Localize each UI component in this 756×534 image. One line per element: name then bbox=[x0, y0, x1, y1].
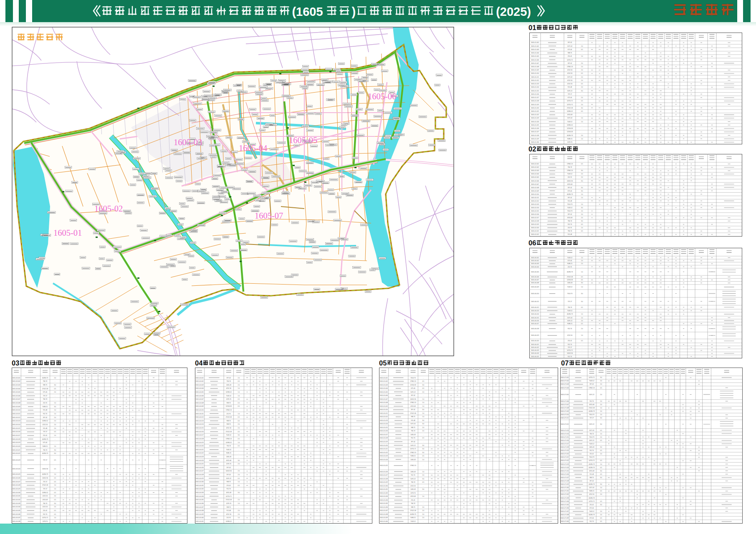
svg-text:915.48: 915.48 bbox=[568, 86, 572, 88]
svg-text:1.0: 1.0 bbox=[422, 402, 425, 403]
svg-text:1605-05-037: 1605-05-037 bbox=[380, 510, 388, 511]
svg-text:1605-03-032: 1605-03-032 bbox=[12, 499, 20, 501]
svg-text:1605-04-001: 1605-04-001 bbox=[196, 377, 204, 379]
svg-text:-: - bbox=[582, 347, 582, 348]
svg-text:1605-02-009: 1605-02-009 bbox=[531, 190, 539, 192]
svg-text:1605-07-038: 1605-07-038 bbox=[561, 514, 569, 516]
svg-text:1605-07-024: 1605-07-024 bbox=[561, 467, 569, 469]
svg-text:1605-01-029: 1605-01-029 bbox=[531, 138, 539, 140]
svg-text:1605-07-010: 1605-07-010 bbox=[561, 414, 569, 416]
svg-text:1605-05-024: 1605-05-024 bbox=[380, 459, 388, 461]
svg-text:1605-04-029: 1605-04-029 bbox=[196, 478, 204, 479]
svg-text:2.0: 2.0 bbox=[54, 377, 56, 379]
svg-text:915.48: 915.48 bbox=[589, 474, 594, 475]
svg-text:737.27: 737.27 bbox=[568, 347, 572, 348]
svg-text:1605-01-011: 1605-01-011 bbox=[531, 76, 539, 78]
svg-text:1.0: 1.0 bbox=[238, 391, 240, 393]
svg-text:2476.70: 2476.70 bbox=[43, 521, 48, 522]
svg-text:737.27: 737.27 bbox=[43, 459, 47, 461]
svg-text:1605-06-023: 1605-06-023 bbox=[531, 350, 539, 351]
svg-text:2.0: 2.0 bbox=[600, 453, 602, 455]
svg-text:1605-06-018: 1605-06-018 bbox=[531, 328, 539, 330]
svg-text:-: - bbox=[423, 377, 423, 379]
svg-text:397.42: 397.42 bbox=[589, 480, 594, 482]
svg-text:737.27: 737.27 bbox=[43, 431, 47, 433]
svg-text:1605-04-015: 1605-04-015 bbox=[196, 427, 204, 429]
svg-text:2.0: 2.0 bbox=[581, 69, 583, 71]
svg-text:1605-01-022: 1605-01-022 bbox=[531, 114, 539, 116]
svg-text:255.41: 255.41 bbox=[411, 499, 415, 501]
svg-text:1.0: 1.0 bbox=[581, 117, 583, 119]
svg-text:9086.15: 9086.15 bbox=[226, 452, 231, 454]
svg-text:-: - bbox=[582, 124, 582, 126]
svg-text:-: - bbox=[582, 42, 582, 43]
svg-text:-: - bbox=[582, 52, 582, 54]
svg-text:1465.43: 1465.43 bbox=[567, 282, 572, 284]
svg-text:0.5: 0.5 bbox=[600, 387, 602, 389]
svg-text:1605-06-010: 1605-06-010 bbox=[531, 293, 539, 295]
svg-text:1605-03-027: 1605-03-027 bbox=[12, 481, 20, 483]
svg-text:14052.56: 14052.56 bbox=[226, 470, 232, 472]
svg-text:0.5: 0.5 bbox=[238, 431, 240, 433]
svg-text:27021.58: 27021.58 bbox=[226, 416, 232, 418]
svg-text:397.42: 397.42 bbox=[227, 474, 231, 476]
svg-text:07: 07 bbox=[561, 359, 569, 367]
svg-text:0.5: 0.5 bbox=[600, 521, 602, 522]
svg-text:1605-07-012: 1605-07-012 bbox=[561, 423, 569, 425]
svg-text:1605-02: 1605-02 bbox=[94, 204, 123, 213]
svg-text:5091.22: 5091.22 bbox=[567, 90, 572, 92]
svg-text:-: - bbox=[582, 93, 582, 95]
svg-text:952.70: 952.70 bbox=[411, 474, 415, 476]
svg-text:1465.43: 1465.43 bbox=[226, 456, 231, 458]
svg-text:1605-05-038: 1605-05-038 bbox=[380, 514, 388, 515]
svg-text:952.70: 952.70 bbox=[568, 356, 572, 358]
svg-text:0.5: 0.5 bbox=[581, 224, 583, 225]
svg-text:1465.43: 1465.43 bbox=[589, 446, 594, 448]
svg-text:2.0: 2.0 bbox=[581, 135, 583, 136]
svg-text:737.27: 737.27 bbox=[589, 417, 594, 419]
svg-text:1.0: 1.0 bbox=[581, 66, 583, 68]
svg-text:17862.13: 17862.13 bbox=[567, 170, 573, 171]
svg-text:4252.16: 4252.16 bbox=[567, 80, 572, 81]
svg-text:1605-07-017: 1605-07-017 bbox=[561, 443, 569, 445]
svg-text:1605-07-025: 1605-07-025 bbox=[561, 470, 569, 472]
svg-text:1605-02-002: 1605-02-002 bbox=[531, 166, 539, 168]
svg-text:3.0: 3.0 bbox=[422, 445, 425, 446]
svg-text:0.5: 0.5 bbox=[54, 388, 56, 390]
svg-text:2476.70: 2476.70 bbox=[567, 141, 572, 143]
svg-text:1605-04-040: 1605-04-040 bbox=[196, 517, 204, 519]
svg-text:988.75: 988.75 bbox=[43, 384, 47, 386]
svg-text:2.0: 2.0 bbox=[54, 391, 56, 393]
svg-text:2.0: 2.0 bbox=[600, 436, 602, 438]
svg-text:3.0: 3.0 bbox=[422, 452, 425, 453]
svg-text:-: - bbox=[582, 344, 582, 345]
svg-text:1605-05-003: 1605-05-003 bbox=[380, 384, 388, 386]
svg-text:0.5: 0.5 bbox=[600, 440, 602, 441]
svg-text:27021.58: 27021.58 bbox=[42, 388, 48, 390]
svg-text:-: - bbox=[238, 452, 239, 454]
svg-text:5091.22: 5091.22 bbox=[410, 391, 415, 393]
svg-text:0.5: 0.5 bbox=[54, 514, 56, 515]
svg-text:2.0: 2.0 bbox=[238, 474, 240, 476]
svg-text:0.5: 0.5 bbox=[54, 481, 56, 483]
svg-text:1605-07-014: 1605-07-014 bbox=[561, 433, 569, 435]
svg-text:1605-02-004: 1605-02-004 bbox=[531, 173, 539, 175]
svg-text:988.75: 988.75 bbox=[227, 423, 231, 425]
svg-text:988.75: 988.75 bbox=[227, 481, 231, 483]
svg-text:1.0: 1.0 bbox=[581, 317, 583, 319]
svg-text:-: - bbox=[582, 234, 582, 235]
svg-text:737.27: 737.27 bbox=[568, 301, 572, 302]
svg-text:27021.58: 27021.58 bbox=[226, 431, 232, 433]
svg-text:1605-07-034: 1605-07-034 bbox=[561, 501, 569, 502]
svg-text:988.75: 988.75 bbox=[411, 506, 415, 508]
svg-text:1605-01-015: 1605-01-015 bbox=[531, 90, 539, 92]
svg-text:3.0: 3.0 bbox=[422, 478, 425, 480]
svg-text:2.0: 2.0 bbox=[238, 514, 240, 515]
svg-text:12594.33: 12594.33 bbox=[410, 384, 416, 386]
svg-text:01: 01 bbox=[528, 24, 536, 31]
svg-text:1605-06-022: 1605-06-022 bbox=[531, 347, 539, 348]
svg-text:1605-06-025: 1605-06-025 bbox=[531, 356, 539, 358]
svg-text:766.74: 766.74 bbox=[227, 445, 231, 447]
svg-text:1.0: 1.0 bbox=[581, 257, 583, 259]
svg-text:1605-07-020: 1605-07-020 bbox=[561, 453, 569, 455]
